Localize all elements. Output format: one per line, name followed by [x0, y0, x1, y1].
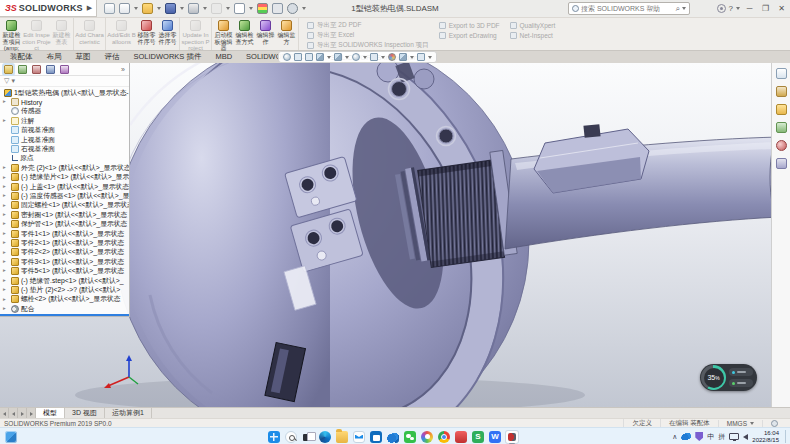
tree-item-part1[interactable]: 零件1<1> (默认<<默认>_显示状态: [0, 229, 129, 238]
tab-mbd[interactable]: MBD: [208, 51, 239, 63]
start-button-icon[interactable]: [268, 431, 280, 443]
save-icon[interactable]: [165, 3, 176, 14]
section-caret-icon[interactable]: [327, 56, 331, 59]
ime-language-indicator[interactable]: 中: [707, 432, 714, 442]
login-user-icon[interactable]: [717, 4, 726, 13]
edge-icon[interactable]: [319, 431, 331, 443]
featuremanager-tree-tab-icon[interactable]: [4, 65, 13, 74]
tab-layout[interactable]: 布局: [40, 51, 69, 63]
displaymanager-tab-icon[interactable]: [60, 65, 69, 74]
tab-evaluate[interactable]: 评估: [98, 51, 127, 63]
tree-item-mates[interactable]: 配合: [0, 304, 129, 313]
undo-icon[interactable]: [211, 3, 222, 14]
overlay-toggle-2[interactable]: [729, 379, 753, 387]
open-caret-icon[interactable]: [157, 7, 161, 10]
red-app-icon[interactable]: [455, 431, 467, 443]
wps-office-icon[interactable]: W: [489, 431, 501, 443]
chrome-icon[interactable]: [438, 431, 450, 443]
tree-item-history[interactable]: History: [0, 97, 129, 106]
custom-properties-icon[interactable]: [776, 158, 787, 169]
tree-item-top-cover[interactable]: (-) 上盖<1> (默认<<默认>_显示状态: [0, 182, 129, 191]
task-view-icon[interactable]: [302, 431, 314, 443]
tree-item-annotations[interactable]: 注解: [0, 116, 129, 125]
hide-show-items-icon[interactable]: [370, 53, 378, 61]
tree-item-bolt[interactable]: 螺栓<2> (默认<<默认>_显示状态: [0, 295, 129, 304]
doc-tab-motion-study[interactable]: 运动算例1: [105, 408, 152, 418]
solidworks-logo[interactable]: ЗS SOLIDWORKS ▶: [0, 0, 97, 17]
restore-button[interactable]: ❐: [759, 2, 772, 15]
print-caret-icon[interactable]: [203, 7, 207, 10]
undo-caret-icon[interactable]: [226, 7, 230, 10]
minimize-button[interactable]: ─: [743, 2, 756, 15]
tree-item-gasket[interactable]: (-) 垫片 (2)<2> ->? (默认<<默认>: [0, 285, 129, 294]
tab-overflow-icon[interactable]: »: [121, 66, 125, 73]
tree-item-part5[interactable]: 零件5<1> (默认<<默认>_显示状态: [0, 266, 129, 275]
zoom-area-icon[interactable]: [294, 53, 302, 61]
print-icon[interactable]: [188, 3, 199, 14]
section-view-icon[interactable]: [316, 53, 324, 61]
logo-expand-icon[interactable]: ▶: [87, 4, 92, 12]
open-icon[interactable]: [142, 3, 153, 14]
propertymanager-tab-icon[interactable]: [18, 65, 27, 74]
select-balloons-button[interactable]: 选择零件序号: [157, 18, 178, 50]
edit-recipe-button[interactable]: 编辑监方: [276, 18, 297, 50]
search-icon[interactable]: ⌕: [676, 4, 680, 14]
edit-appearance-icon[interactable]: [388, 53, 396, 61]
photos-icon[interactable]: [421, 431, 433, 443]
previous-view-icon[interactable]: [305, 53, 313, 61]
graphics-viewport[interactable]: » ▽ ▾ 1型铠装热电偶 (默认<默认_显示状态-1>) History 传感…: [0, 63, 790, 407]
help-search-box[interactable]: 搜索 SOLIDWORKS 帮助 ⌕: [568, 2, 690, 15]
launch-template-editor-button[interactable]: 启动模板编辑器: [213, 18, 234, 50]
design-library-icon[interactable]: [776, 86, 787, 97]
tree-filter-bar[interactable]: ▽ ▾: [0, 76, 129, 87]
help-caret-icon[interactable]: [736, 7, 740, 10]
tree-item-front-plane[interactable]: 前视基准面: [0, 126, 129, 135]
appearances-icon[interactable]: [776, 140, 787, 151]
search-caret-icon[interactable]: [682, 7, 686, 10]
mail-icon[interactable]: [353, 431, 365, 443]
file-explorer-pane-icon[interactable]: [776, 104, 787, 115]
tree-item-shell[interactable]: 外壳 (2)<1> (默认<<默认>_显示状态: [0, 163, 129, 172]
onedrive-icon[interactable]: [387, 431, 399, 443]
taskbar-search-icon[interactable]: [285, 431, 297, 443]
tab-assembly[interactable]: 装配体: [3, 51, 40, 63]
filter-funnel-icon[interactable]: ▽: [4, 77, 9, 85]
view-orientation-icon[interactable]: [334, 53, 342, 61]
units-selector[interactable]: MMGS: [718, 420, 762, 427]
close-button[interactable]: ✕: [775, 2, 788, 15]
wechat-icon[interactable]: [404, 431, 416, 443]
tab-addins[interactable]: SOLIDWORKS 插件: [127, 51, 209, 63]
configurationmanager-tab-icon[interactable]: [32, 65, 41, 74]
tab-scroll-right-icon[interactable]: [18, 408, 27, 418]
remove-balloons-button[interactable]: 移除零件序号: [136, 18, 157, 50]
tree-item-temperature-sensor[interactable]: (-) 温度传感器<1> (默认<<默认>_显: [0, 191, 129, 200]
filter-caret-icon[interactable]: ▾: [11, 77, 15, 85]
view-settings-icon[interactable]: [417, 53, 425, 61]
doc-tab-3d-views[interactable]: 3D 视图: [65, 408, 105, 418]
solidworks-taskbar-icon[interactable]: [506, 431, 518, 443]
panel-splitter[interactable]: [0, 314, 129, 316]
tray-security-icon[interactable]: [695, 432, 703, 441]
help-icon[interactable]: ?: [729, 4, 733, 13]
taskbar-clock[interactable]: 16:04 2022/8/15: [752, 430, 779, 444]
tree-item-sensors[interactable]: 传感器: [0, 107, 129, 116]
dimxpertmanager-tab-icon[interactable]: [46, 65, 55, 74]
welcome-icon[interactable]: [104, 3, 115, 14]
orientation-caret-icon[interactable]: [345, 56, 349, 59]
new-document-icon[interactable]: [119, 3, 130, 14]
overlay-toggle-1[interactable]: [729, 368, 753, 376]
hide-show-caret-icon[interactable]: [381, 56, 385, 59]
save-caret-icon[interactable]: [180, 7, 184, 10]
tab-sketch[interactable]: 草图: [69, 51, 98, 63]
select-icon[interactable]: [234, 3, 245, 14]
edit-inspection-methods-button[interactable]: 编辑检查方式: [234, 18, 255, 50]
tray-chevron-up-icon[interactable]: ∧: [672, 433, 677, 441]
tree-item-insulation-tube[interactable]: (-) 绝缘管.step<1> (默认<<默认>_: [0, 276, 129, 285]
view-settings-caret-icon[interactable]: [428, 56, 432, 59]
tab-scroll-left-icon[interactable]: [9, 408, 18, 418]
microsoft-store-icon[interactable]: [370, 431, 382, 443]
tab-scroll-first-icon[interactable]: [0, 408, 9, 418]
tree-item-protection-tube[interactable]: 保护管<1> (默认<<默认>_显示状态: [0, 219, 129, 228]
tree-item-top-plane[interactable]: 上视基准面: [0, 135, 129, 144]
recorder-overlay[interactable]: 35%: [700, 364, 757, 391]
